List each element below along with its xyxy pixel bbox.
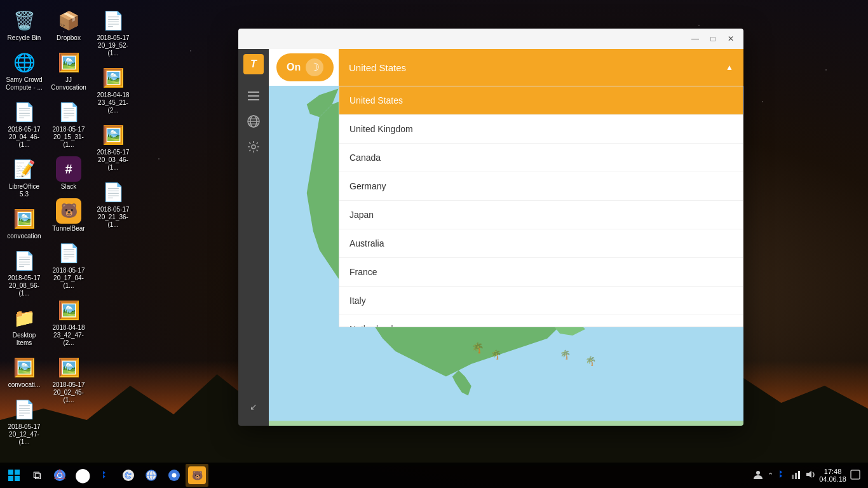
taskbar-tunnelbear-icon[interactable]: 🐻 bbox=[186, 464, 208, 487]
dropdown-list: United States United Kingdom Canada Germ… bbox=[339, 86, 743, 327]
icon-convocation2[interactable]: 🖼️ convocati... bbox=[3, 352, 46, 391]
svg-text:🌴: 🌴 bbox=[560, 349, 571, 360]
icon-convocation1[interactable]: 🖼️ convocation bbox=[3, 203, 46, 243]
file2-icon: 📄 bbox=[11, 248, 37, 273]
img2-label: 2018-05-1720_02_45-(1... bbox=[50, 381, 88, 404]
svg-rect-47 bbox=[792, 475, 794, 479]
svg-rect-48 bbox=[795, 473, 797, 479]
sidebar-menu-icon[interactable] bbox=[245, 87, 262, 105]
icon-tunnelbear[interactable]: 🐻 TunnelBear bbox=[47, 196, 90, 235]
slack-label: Slack bbox=[61, 183, 76, 191]
icon-file2[interactable]: 📄 2018-05-1720_08_56-(1... bbox=[3, 245, 46, 300]
svg-text:🌴: 🌴 bbox=[585, 356, 597, 367]
taskbar: ⧉ ⬤ bbox=[0, 463, 868, 488]
dropdown-item-france[interactable]: France bbox=[339, 258, 743, 287]
dropdown-item-uk[interactable]: United Kingdom bbox=[339, 115, 743, 144]
taskbar-circle-icon[interactable]: ⬤ bbox=[71, 464, 94, 487]
icon-dropbox[interactable]: 📦 Dropbox bbox=[47, 5, 90, 44]
icon-img4[interactable]: 🖼️ 2018-04-1823_45_21-(2... bbox=[92, 62, 135, 117]
img4-icon: 🖼️ bbox=[100, 65, 126, 90]
img4-label: 2018-04-1823_45_21-(2... bbox=[94, 92, 132, 114]
jj-label: JJConvocation bbox=[51, 76, 86, 92]
file3-label: 2018-05-1720_12_47-(1... bbox=[5, 423, 43, 446]
taskbar-dropbox-icon[interactable] bbox=[94, 464, 117, 487]
logo-text: T bbox=[250, 58, 257, 70]
icon-img2[interactable]: 🖼️ 2018-05-1720_02_45-(1... bbox=[47, 352, 90, 407]
top-bar: On ☽ United States ▲ bbox=[269, 49, 743, 86]
icon-file4[interactable]: 📄 2018-05-1720_15_31-(1... bbox=[47, 97, 90, 151]
minimize-button[interactable]: — bbox=[688, 31, 703, 46]
start-button[interactable] bbox=[3, 464, 25, 487]
svg-text:🌴: 🌴 bbox=[471, 342, 484, 354]
icon-file3[interactable]: 📄 2018-05-1720_12_47-(1... bbox=[3, 394, 46, 449]
taskbar-chrome2-icon[interactable] bbox=[163, 464, 186, 487]
img6-label: 2018-05-1720_21_36-(1... bbox=[94, 206, 132, 229]
taskbar-clock[interactable]: 17:48 04.06.18 bbox=[819, 468, 846, 483]
toggle-label: On bbox=[287, 62, 301, 73]
toggle-circle: ☽ bbox=[306, 58, 323, 76]
icon-libreoffice[interactable]: 📝 LibreOffice 5.3 bbox=[3, 154, 46, 201]
icon-img3[interactable]: 📄 2018-05-1720_19_52-(1... bbox=[92, 5, 135, 60]
recycle-bin-label: Recycle Bin bbox=[8, 34, 41, 42]
icon-img6[interactable]: 📄 2018-05-1720_21_36-(1... bbox=[92, 177, 135, 231]
clock-time: 17:48 bbox=[824, 468, 842, 475]
convocation1-icon: 🖼️ bbox=[11, 206, 37, 231]
taskbar-speaker-icon[interactable] bbox=[805, 470, 815, 481]
img1-icon: 🖼️ bbox=[56, 297, 81, 323]
svg-rect-51 bbox=[851, 470, 860, 479]
desktop: 🗑️ Recycle Bin 🌐 Samy CrowdCompute - ...… bbox=[0, 0, 868, 488]
chevron-down-icon: ▲ bbox=[726, 63, 733, 72]
recycle-bin-icon: 🗑️ bbox=[11, 8, 37, 33]
icon-img1[interactable]: 🖼️ 2018-04-1823_42_47-(2... bbox=[47, 295, 90, 349]
sidebar-globe-icon[interactable] bbox=[245, 112, 262, 130]
close-button[interactable]: ✕ bbox=[723, 31, 738, 46]
sidebar-expand-icon[interactable]: ↙ bbox=[245, 398, 262, 416]
taskbar-person-icon[interactable] bbox=[752, 469, 764, 482]
desktop-items-icon: 📁 bbox=[11, 305, 37, 330]
dropdown-item-canada[interactable]: Canada bbox=[339, 144, 743, 172]
icon-file1[interactable]: 📄 2018-05-1720_04_46-(1... bbox=[3, 97, 46, 151]
dropdown-selected-option[interactable]: United States ▲ bbox=[339, 49, 743, 86]
img3-label: 2018-05-1720_19_52-(1... bbox=[94, 34, 132, 57]
icon-recycle-bin[interactable]: 🗑️ Recycle Bin bbox=[3, 5, 46, 44]
clock-date: 04.06.18 bbox=[819, 475, 846, 483]
dropdown-item-netherlands[interactable]: Netherlands bbox=[339, 315, 743, 327]
icon-slack[interactable]: # Slack bbox=[47, 154, 90, 193]
maximize-button[interactable]: □ bbox=[705, 31, 721, 46]
sidebar-logo[interactable]: T bbox=[243, 54, 264, 74]
desktop-items-label: DesktopItems bbox=[13, 332, 36, 347]
dropdown-item-italy[interactable]: Italy bbox=[339, 287, 743, 315]
country-dropdown[interactable]: United States ▲ United States United Kin… bbox=[339, 49, 743, 327]
taskbar-browser-icon[interactable] bbox=[140, 464, 163, 487]
svg-point-44 bbox=[756, 471, 760, 475]
convocation2-label: convocati... bbox=[8, 381, 41, 389]
icon-jj[interactable]: 🖼️ JJConvocation bbox=[47, 47, 90, 94]
task-view-button[interactable]: ⧉ bbox=[25, 464, 48, 487]
sidebar-settings-icon[interactable] bbox=[245, 138, 262, 156]
libreoffice-icon: 📝 bbox=[11, 156, 37, 182]
dropdown-item-germany[interactable]: Germany bbox=[339, 172, 743, 201]
svg-marker-39 bbox=[103, 475, 108, 478]
icon-img5[interactable]: 🖼️ 2018-05-1720_03_46-(1... bbox=[92, 119, 135, 174]
convocation1-label: convocation bbox=[7, 233, 41, 240]
taskbar-chrome-icon[interactable] bbox=[48, 464, 71, 487]
icon-chrome[interactable]: 🌐 Samy CrowdCompute - ... bbox=[3, 47, 46, 94]
taskbar-up-arrow[interactable]: ⌃ bbox=[768, 471, 773, 480]
tunnelbear-label: TunnelBear bbox=[52, 225, 85, 233]
tunnelbear-icon: 🐻 bbox=[56, 198, 81, 224]
jj-icon: 🖼️ bbox=[56, 50, 81, 75]
taskbar-network-icon[interactable] bbox=[791, 470, 801, 481]
dropdown-item-us[interactable]: United States bbox=[339, 86, 743, 115]
vpn-toggle-button[interactable]: On ☽ bbox=[276, 53, 334, 81]
dropdown-item-australia[interactable]: Australia bbox=[339, 229, 743, 258]
svg-point-37 bbox=[58, 473, 62, 477]
icon-desktop-items[interactable]: 📁 DesktopItems bbox=[3, 302, 46, 349]
taskbar-google-icon[interactable] bbox=[117, 464, 140, 487]
title-bar: — □ ✕ bbox=[238, 29, 743, 49]
dropdown-item-japan[interactable]: Japan bbox=[339, 201, 743, 229]
icon-file5[interactable]: 📄 2018-05-1720_17_04-(1... bbox=[47, 238, 90, 292]
taskbar-notification-icon[interactable] bbox=[850, 470, 860, 481]
svg-text:🌴: 🌴 bbox=[491, 349, 502, 360]
img5-label: 2018-05-1720_03_46-(1... bbox=[94, 149, 132, 172]
file1-icon: 📄 bbox=[11, 99, 37, 125]
